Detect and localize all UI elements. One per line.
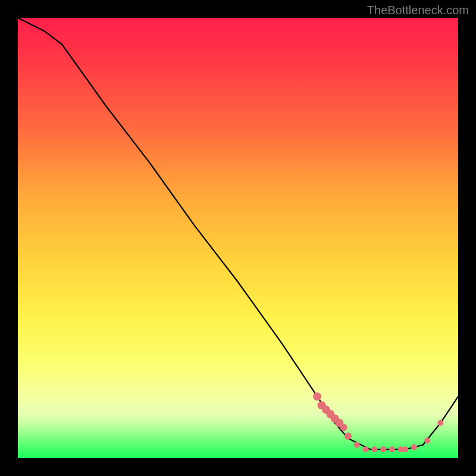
dot [340, 424, 347, 431]
watermark-text: TheBottleneck.com [367, 4, 469, 17]
curve-line [18, 18, 458, 449]
dot [389, 446, 395, 452]
dot [354, 442, 360, 448]
chart-stage: TheBottleneck.com [0, 0, 476, 476]
dot [424, 437, 430, 443]
dot [363, 446, 369, 452]
dot [380, 446, 386, 452]
dot [402, 446, 408, 452]
chart-overlay [18, 18, 458, 458]
dot [345, 433, 352, 440]
dot [371, 446, 377, 452]
dot [437, 420, 443, 426]
dot [411, 444, 417, 450]
dot [313, 392, 321, 400]
